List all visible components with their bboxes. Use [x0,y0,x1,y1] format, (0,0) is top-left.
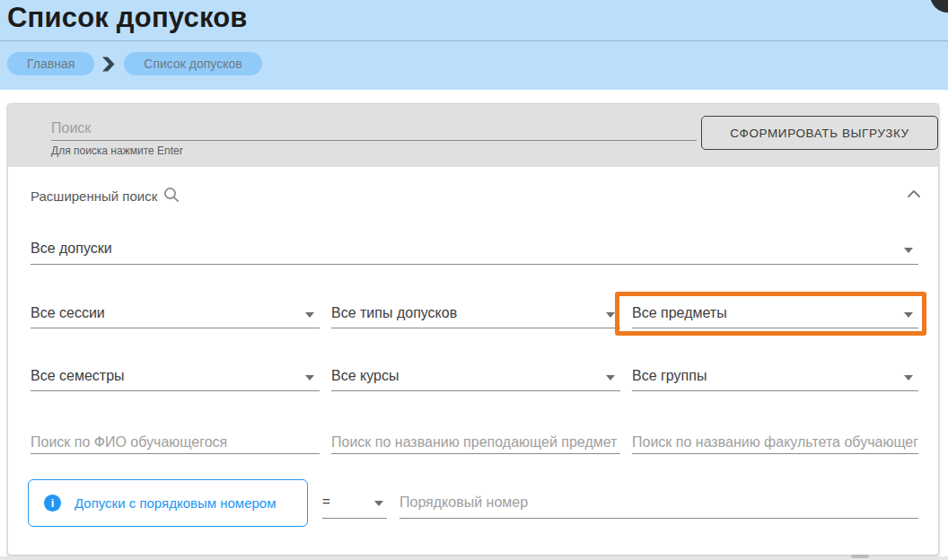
field-underline [31,390,320,391]
chevron-down-icon [374,501,383,506]
page-title: Список допусков [7,2,248,34]
field-underline [632,328,918,328]
chevron-down-icon [305,375,314,381]
select-admission-types[interactable]: Все типы допусков [331,305,620,328]
student-fio-field [31,431,320,454]
faculty-field [632,431,918,454]
department-field [331,431,620,454]
faculty-input[interactable] [632,431,918,454]
select-admissions[interactable]: Все допуски [31,241,918,265]
collapse-chevron-up-icon[interactable] [906,188,922,200]
student-fio-input[interactable] [31,431,320,454]
chevron-down-icon [305,312,314,318]
ordinal-number-field [399,490,918,519]
breadcrumb-home[interactable]: Главная [7,52,94,75]
chevron-down-icon [606,375,615,381]
operator-value: = [322,494,330,509]
select-sessions[interactable]: Все сессии [31,305,320,328]
ordinal-number-input[interactable] [399,490,918,515]
export-button[interactable]: СФОРМИРОВАТЬ ВЫГРУЗКУ [701,116,938,150]
breadcrumb-current[interactable]: Список допусков [124,52,261,75]
ordinal-filter-button[interactable]: i Допуски с порядковым номером [28,479,308,527]
advanced-search-header: Расширенный поиск [31,187,180,206]
breadcrumb: Главная Список допусков [7,52,262,75]
select-semesters-value: Все семестры [31,368,125,384]
chevron-down-icon [606,312,615,318]
scrollbar-handle[interactable] [851,555,869,558]
field-underline [322,518,387,519]
select-subjects-value: Все предметы [632,305,727,321]
operator-select[interactable]: = [322,490,387,519]
chevron-down-icon [904,375,913,381]
field-underline [31,264,918,265]
info-icon: i [44,494,61,512]
select-semesters[interactable]: Все семестры [31,368,320,391]
field-underline [399,518,918,519]
select-groups-value: Все группы [632,368,707,384]
filters-panel: Для поиска нажмите Enter СФОРМИРОВАТЬ ВЫ… [7,103,939,556]
field-underline [31,328,320,328]
field-underline [331,453,620,454]
field-underline [331,328,620,328]
select-groups[interactable]: Все группы [632,368,918,391]
select-courses[interactable]: Все курсы [331,368,620,391]
select-courses-value: Все курсы [331,368,399,384]
field-underline [632,390,918,391]
field-underline [331,390,620,391]
chevron-down-icon [904,312,913,318]
quick-search-bar: Для поиска нажмите Enter СФОРМИРОВАТЬ ВЫ… [8,104,938,167]
breadcrumb-arrow-icon [102,57,116,72]
page-header: Список допусков Главная Список допусков [0,0,948,90]
chevron-down-icon [904,248,913,253]
header-divider [0,40,948,41]
select-sessions-value: Все сессии [31,305,105,321]
department-input[interactable] [331,431,620,454]
field-underline [632,453,918,454]
search-hint: Для поиска нажмите Enter [51,144,183,157]
search-icon [163,187,180,206]
search-input[interactable] [51,117,697,141]
ordinal-filter-label: Допуски с порядковым номером [75,495,276,511]
page-background-strip [0,556,948,560]
select-admission-types-value: Все типы допусков [331,305,457,321]
select-subjects[interactable]: Все предметы [632,305,918,328]
field-underline [31,453,320,454]
advanced-search-title: Расширенный поиск [31,188,157,204]
select-admissions-value: Все допуски [31,241,112,257]
